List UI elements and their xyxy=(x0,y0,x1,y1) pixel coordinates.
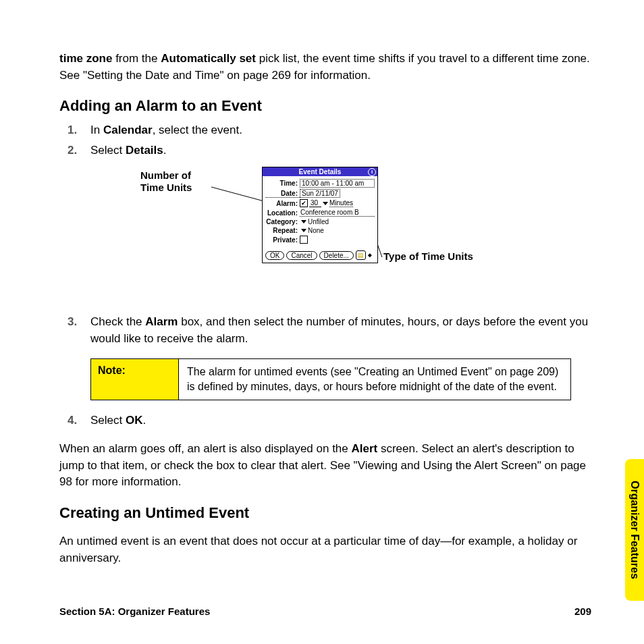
repeat-label: Repeat: xyxy=(265,227,300,234)
step-1: 1.In Calendar, select the event. xyxy=(59,122,591,139)
step-3: 3. Check the Alarm box, and then select … xyxy=(59,314,591,347)
step-text: Select Details. xyxy=(90,144,166,157)
time-field[interactable]: 10:00 am - 11:00 am xyxy=(300,179,375,188)
alarm-checkbox[interactable]: ✔ xyxy=(300,199,308,207)
side-tab-label: Organizer Features xyxy=(628,481,641,579)
private-checkbox[interactable] xyxy=(300,236,308,244)
step-2: 2.Select Details. xyxy=(59,142,591,159)
step-number: 1. xyxy=(68,122,77,139)
step-4: 4. Select OK. xyxy=(59,412,591,429)
location-field[interactable]: Conference room B xyxy=(300,209,375,217)
step-text: In Calendar, select the event. xyxy=(90,124,242,136)
delete-button[interactable]: Delete... xyxy=(319,251,354,260)
note-label: Note: xyxy=(91,359,179,400)
repeat-value: None xyxy=(308,227,324,234)
page-number: 209 xyxy=(574,606,591,617)
chevron-down-icon[interactable] xyxy=(301,220,306,223)
callout-type-units: Type of Time Units xyxy=(383,250,473,262)
step-text: Check the Alarm box, and then select the… xyxy=(90,315,588,345)
steps-list-1: 1.In Calendar, select the event. 2.Selec… xyxy=(59,122,591,159)
note-box: Note: The alarm for untimed events (see … xyxy=(90,358,571,401)
heading-adding-alarm: Adding an Alarm to an Event xyxy=(59,97,591,115)
palm-dialog: Event Details i Time: 10:00 am - 11:00 a… xyxy=(262,167,378,263)
chevron-down-icon[interactable] xyxy=(301,229,306,232)
footer-section: Section 5A: Organizer Features xyxy=(59,606,210,617)
step-number: 3. xyxy=(68,314,77,331)
ok-button[interactable]: OK xyxy=(265,251,284,260)
alarm-unit-label: Minutes xyxy=(329,199,353,207)
callout-number-units: Number of Time Units xyxy=(140,169,215,193)
paragraph-alert-info: When an alarm goes off, an alert is also… xyxy=(59,441,591,491)
alarm-number-field[interactable]: 30 xyxy=(309,199,321,207)
paragraph-untimed-desc: An untimed event is an event that does n… xyxy=(59,533,591,566)
heading-untimed-event: Creating an Untimed Event xyxy=(59,504,591,522)
category-value: Unfiled xyxy=(308,218,329,225)
palm-title-bar: Event Details i xyxy=(263,167,377,176)
note-icon[interactable]: ▤ xyxy=(356,250,366,260)
step-number: 2. xyxy=(68,142,77,159)
date-field[interactable]: Sun 2/11/07 xyxy=(300,189,340,198)
side-tab: Organizer Features xyxy=(625,459,644,601)
cancel-button[interactable]: Cancel xyxy=(286,251,317,260)
private-label: Private: xyxy=(265,236,300,244)
intro-fragment: time zone from the Automatically set pic… xyxy=(59,51,591,84)
category-label: Category: xyxy=(265,218,300,225)
date-label: Date: xyxy=(265,190,300,198)
palm-title-text: Event Details xyxy=(299,168,342,176)
note-text: The alarm for untimed events (see "Creat… xyxy=(179,359,570,400)
alarm-label: Alarm: xyxy=(265,200,300,207)
figure-event-details: Number of Time Units Type of Time Units … xyxy=(59,167,591,302)
chevron-down-icon[interactable] xyxy=(323,202,328,205)
nav-diamond-icon[interactable] xyxy=(368,253,372,257)
step-text: Select OK. xyxy=(90,414,146,427)
time-label: Time: xyxy=(265,180,300,187)
location-label: Location: xyxy=(265,209,300,217)
step-number: 4. xyxy=(68,412,77,429)
info-icon[interactable]: i xyxy=(368,168,376,176)
